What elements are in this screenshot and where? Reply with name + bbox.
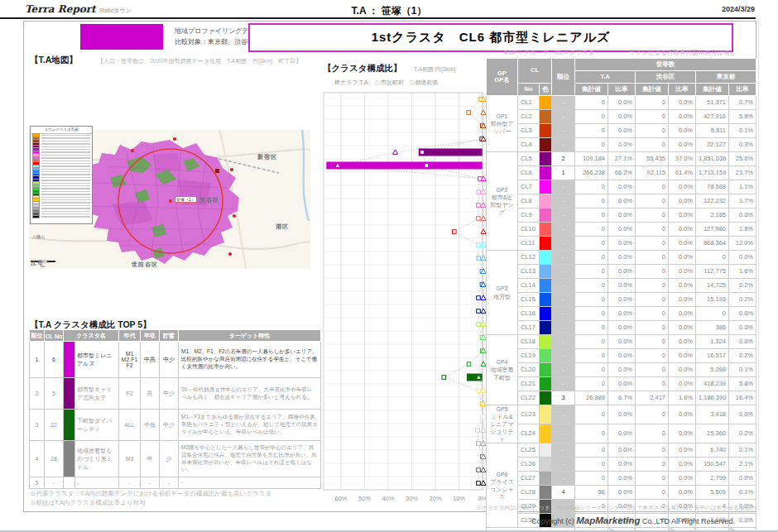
cluster-row: CL2-00.0%00.0%427,9165.9%: [487, 110, 756, 124]
svg-text:20%: 20%: [429, 495, 441, 502]
table-header-row: GPGP名 CL 順位 世帯数: [487, 59, 756, 71]
cl-label: CL11: [518, 237, 540, 251]
cl-rank: -: [552, 180, 575, 194]
cluster-row: CL8-00.0%00.0%122,2321.7%: [487, 194, 756, 208]
cl-label: CL10: [518, 223, 540, 237]
cl-label: CL5: [518, 152, 540, 166]
copyright: Copyright (c) MapMarketing Co.,LTD All R…: [531, 515, 735, 525]
cl-color-swatch: [540, 486, 552, 500]
cluster-row: CL17-00.0%00.0%3860.0%: [487, 321, 756, 335]
svg-text:50%: 50%: [358, 495, 371, 502]
cluster-row: CL27-00.0%00.0%2,7990.0%: [487, 472, 756, 486]
svg-text:10%: 10%: [453, 495, 465, 502]
cl-rank: -: [552, 293, 575, 307]
cl-label: CL13: [518, 265, 540, 279]
chart-range-note: T.A範囲:円[3km]: [414, 65, 455, 74]
cl-label: CL24: [518, 424, 540, 443]
cluster-color-cell: [64, 410, 75, 441]
cluster-row: CL20-00.0%00.0%5,2880.1%: [487, 363, 756, 377]
svg-text:30%: 30%: [406, 495, 418, 502]
cl-color-swatch: [540, 335, 552, 349]
cl-label: CL4: [518, 138, 540, 152]
cl-rank: -: [552, 110, 575, 124]
cl-label: CL6: [518, 166, 540, 180]
cl-rank: 2: [552, 152, 575, 166]
cl-rank: -: [552, 251, 575, 265]
cl-label: CL2: [518, 110, 540, 124]
svg-text:40%: 40%: [382, 495, 394, 502]
cluster-row: CL61266,23866.2%92,11561.4%1,713,15923.7…: [487, 166, 756, 180]
cluster-color-cell: [64, 378, 75, 410]
cl-rank: -: [552, 349, 575, 363]
cl-rank: -: [552, 458, 575, 472]
top5-header-row: 順位CL No クラスタ名年代 年収貯蓄 ターゲット特性: [30, 331, 321, 342]
cluster-composition-chart: 0%10%20%30%40%50%60%: [321, 89, 487, 511]
cl-rank: 4: [552, 486, 575, 500]
cl-color-swatch: [540, 391, 552, 405]
cluster-color-cell: [64, 477, 75, 489]
table-footnote: ※クラスタ内訳の集計につき、TerraMapシリーズのシステム上で表示される集計…: [476, 504, 756, 512]
cl-label: CL15: [518, 293, 540, 307]
report-date: 2024/3/29: [722, 5, 755, 13]
cl-rank: -: [552, 265, 575, 279]
cl-label: CL16: [518, 307, 540, 321]
cl-label: CL20: [518, 363, 540, 377]
cluster-row: CL13-00.0%00.0%112,7751.6%: [487, 265, 756, 279]
cl-rank: -: [552, 138, 575, 152]
cl-color-swatch: [540, 458, 552, 472]
map-legend-title: タウンクラスタ凡例: [31, 127, 92, 134]
cl-color-swatch: [540, 251, 552, 265]
cl-color-swatch: [540, 138, 552, 152]
cl-color-swatch: [540, 363, 552, 377]
map-legend-rows: [31, 134, 92, 218]
cl-rank: -: [552, 279, 575, 293]
top5-table: 順位CL No クラスタ名年代 年収貯蓄 ターゲット特性 16都市型ミレニアルズ…: [29, 330, 321, 489]
ta-center-dot: [169, 199, 172, 203]
cluster-row: CL7-00.0%00.0%78,5881.1%: [487, 180, 756, 194]
cluster-title-box: 1stクラスタ CL6 都市型ミレニアルズ: [248, 23, 733, 52]
cluster-row: CL10-00.0%00.0%127,9801.8%: [487, 223, 756, 237]
cluster-row: CL21-00.0%00.0%418,2395.8%: [487, 377, 756, 391]
cl-label: CL23: [518, 405, 540, 424]
cl-color-swatch: [540, 405, 552, 424]
top5-row: 322下町型ダイバーシティALL中低中少M1～F3まであらゆる層が混在するエリア…: [30, 410, 321, 441]
cluster-row: CL14-00.0%00.0%14,7250.2%: [487, 279, 756, 293]
cluster-row: GP6プライスコンシャスCL25-00.0%00.0%6,7400.1%: [487, 443, 756, 458]
cl-label: CL3: [518, 124, 540, 138]
map-place-label: 世田谷区: [132, 261, 158, 269]
cl-color-swatch: [540, 321, 552, 335]
cl-rank: -: [552, 335, 575, 349]
cl-label: CL1: [518, 96, 540, 110]
cl-color-swatch: [540, 223, 552, 237]
cl-label: CL25: [518, 443, 540, 458]
table-note-line: ラインによる行政界の面積按分は無し: [629, 49, 736, 57]
cluster-row: GP4地域密着下町型CL18-00.0%00.0%1,3240.0%: [487, 335, 756, 349]
map-legend: タウンクラスタ凡例: [30, 126, 93, 224]
map-place-label: 港区: [276, 223, 289, 231]
cl-rank: -: [552, 194, 575, 208]
table-header-row: No色 集計値比率 集計値比率 集計値比率: [487, 84, 756, 96]
cluster-row: CL3-00.0%00.0%5,8110.1%: [487, 124, 756, 138]
cluster-row: GP5ミドル&シニアマジョリティCL23-00.0%00.0%3,4180.0%: [487, 405, 756, 424]
cl-rank: -: [552, 208, 575, 223]
cl-color-swatch: [540, 377, 552, 391]
cl-rank: 1: [552, 166, 575, 180]
cl-label: CL9: [518, 208, 540, 223]
cl-label: CL22: [518, 391, 540, 405]
map-place-label: 新宿区: [257, 153, 277, 161]
chart-legend: 棒グラフ:T.A △:市区町村 □:都道府県: [334, 79, 438, 87]
cl-color-swatch: [540, 166, 552, 180]
header-divider: [0, 17, 756, 19]
cl-color-swatch: [540, 237, 552, 251]
cluster-title: 1stクラスタ CL6 都市型ミレニアルズ: [372, 30, 611, 46]
cl-rank: -: [552, 307, 575, 321]
cl-label: CL26: [518, 458, 540, 472]
gp-name: GP3地方型: [487, 251, 518, 335]
cl-label: CL27: [518, 472, 540, 486]
cl-color-swatch: [540, 152, 552, 166]
top5-row: 25都市型キャリア志向女子F2高中少30～40代独身女性中心のエリア。大卒者比率…: [30, 378, 321, 410]
cluster-row: GP2都市&近郊型ヤングCL52109,18427.1%55,43537.0%1…: [487, 152, 756, 166]
cl-color-swatch: [540, 307, 552, 321]
map-place-label: 渋谷区: [199, 196, 219, 204]
map-center-label: 笹塚（1）: [175, 196, 197, 203]
